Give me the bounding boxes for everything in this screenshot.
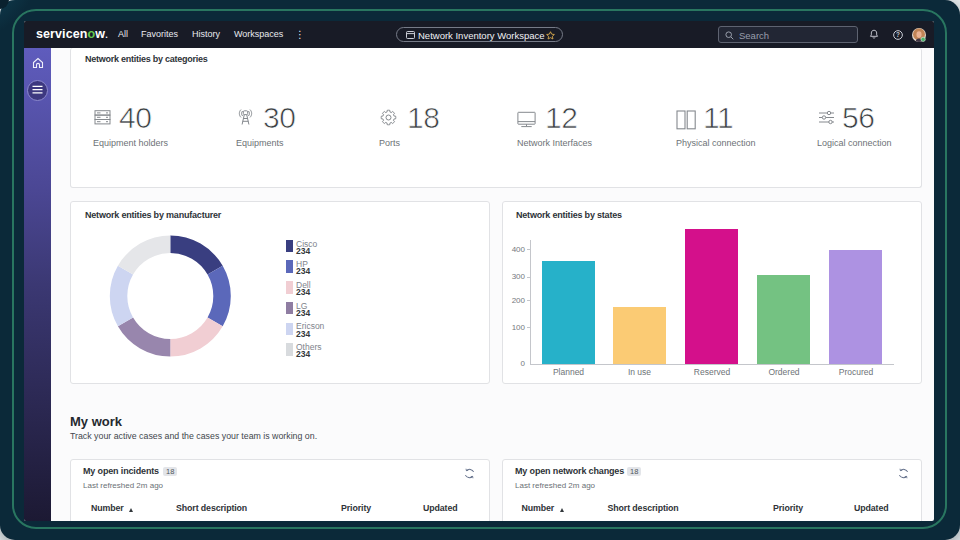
svg-text:?: ? — [896, 31, 900, 38]
